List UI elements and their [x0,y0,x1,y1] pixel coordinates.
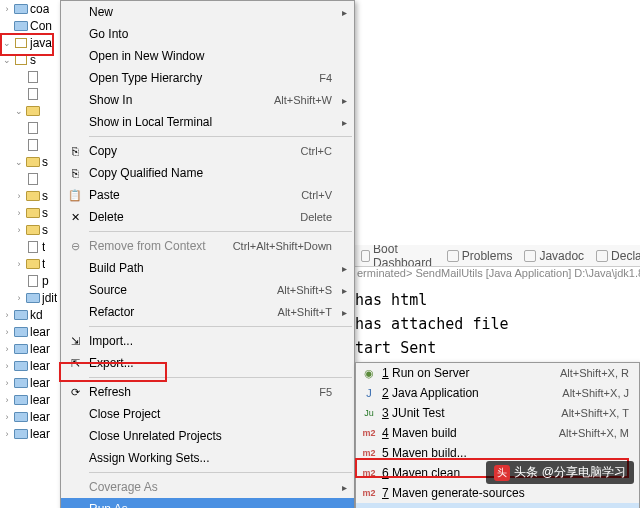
menu-item-go-into[interactable]: Go Into [61,23,354,45]
tree-item[interactable]: ›jdit [0,289,60,306]
tree-item[interactable]: ⌄ [0,102,60,119]
submenu-item-maven-build[interactable]: m25 Maven build... [356,443,639,463]
tree-item[interactable]: ⌄s [0,51,60,68]
menu-item-show-in[interactable]: Show InAlt+Shift+W▸ [61,89,354,111]
menu-item-export[interactable]: ⇱Export... [61,352,354,374]
tree-twistie-icon[interactable]: › [2,429,12,439]
tree-item[interactable]: ›lear [0,408,60,425]
view-tab[interactable]: Declaration [590,249,640,263]
menu-item-accelerator: Ctrl+V [301,189,338,201]
submenu-item-run-on-server[interactable]: ◉1 Run on ServerAlt+Shift+X, R [356,363,639,383]
tree-twistie-icon[interactable]: › [14,293,24,303]
tree-twistie-icon[interactable]: › [2,344,12,354]
tab-label: Boot Dashboard [373,245,435,267]
menu-item-open-type-hierarchy[interactable]: Open Type HierarchyF4 [61,67,354,89]
menu-item-refactor[interactable]: RefactorAlt+Shift+T▸ [61,301,354,323]
menu-item-build-path[interactable]: Build Path▸ [61,257,354,279]
tree-twistie-icon[interactable]: ⌄ [2,55,12,65]
tree-item[interactable]: t [0,238,60,255]
tree-item[interactable]: ›s [0,204,60,221]
view-tab[interactable]: Javadoc [518,249,590,263]
menu-item-import[interactable]: ⇲Import... [61,330,354,352]
menu-item-close-project[interactable]: Close Project [61,403,354,425]
menu-item-label: Close Unrelated Projects [89,429,332,443]
folder-blue-icon [13,427,29,441]
tab-icon [361,250,370,262]
menu-item-paste[interactable]: 📋PasteCtrl+V [61,184,354,206]
tree-twistie-icon[interactable]: › [14,259,24,269]
folder-blue-icon [13,359,29,373]
menu-item-close-unrelated-projects[interactable]: Close Unrelated Projects [61,425,354,447]
tree-item[interactable]: ›coa [0,0,60,17]
tree-twistie-icon[interactable]: › [14,225,24,235]
tree-item[interactable]: Con [0,17,60,34]
tree-item[interactable] [0,85,60,102]
refresh-icon: ⟳ [61,384,89,400]
submenu-item-maven-install[interactable]: m28 Maven install [356,503,639,508]
menu-item-label: Go Into [89,27,332,41]
tree-twistie-icon[interactable]: › [2,412,12,422]
menu-separator [89,472,352,473]
tree-twistie-icon[interactable]: › [2,310,12,320]
tree-item[interactable]: ⌄s [0,153,60,170]
tree-twistie-icon[interactable]: › [2,361,12,371]
tree-twistie-icon[interactable]: ⌄ [14,157,24,167]
menu-item-run-as[interactable]: Run As▸ [61,498,354,508]
menu-item-label: Paste [89,188,301,202]
menu-item-new[interactable]: New▸ [61,1,354,23]
tree-item[interactable]: ⌄java [0,34,60,51]
submenu-item-java-application[interactable]: J2 Java ApplicationAlt+Shift+X, J [356,383,639,403]
tree-item[interactable] [0,68,60,85]
tree-twistie-icon[interactable]: › [2,378,12,388]
project-explorer[interactable]: ›coaCon⌄java⌄s⌄⌄s›s›s›st›tp›jdit›kd›lear… [0,0,60,508]
menu-item-accelerator: Alt+Shift+S [277,284,338,296]
menu-item-delete[interactable]: ✕DeleteDelete [61,206,354,228]
tree-item[interactable]: ›s [0,187,60,204]
tree-twistie-icon[interactable]: › [14,191,24,201]
tree-item[interactable] [0,136,60,153]
tree-item[interactable]: ›lear [0,425,60,442]
tree-item[interactable]: ›lear [0,391,60,408]
tree-item[interactable] [0,170,60,187]
menu-item-label: Source [89,283,277,297]
tree-item[interactable]: ›kd [0,306,60,323]
submenu-item-maven-generate-sources[interactable]: m27 Maven generate-sources [356,483,639,503]
tree-item[interactable]: ›lear [0,374,60,391]
tree-twistie-icon[interactable]: › [14,208,24,218]
folder-icon [25,189,41,203]
tree-item-label: s [42,223,48,237]
submenu-item-maven-build[interactable]: m24 Maven buildAlt+Shift+X, M [356,423,639,443]
tree-twistie-icon[interactable]: ⌄ [14,106,24,116]
submenu-item-junit-test[interactable]: Ju3 JUnit TestAlt+Shift+X, T [356,403,639,423]
tree-item[interactable]: ›lear [0,357,60,374]
tree-item[interactable]: p [0,272,60,289]
folder-icon [25,257,41,271]
tree-twistie-icon[interactable]: ⌄ [2,38,12,48]
menu-item-open-in-new-window[interactable]: Open in New Window [61,45,354,67]
tree-item-label: t [42,240,45,254]
tree-twistie-icon[interactable]: › [2,395,12,405]
folder-blue-icon [13,410,29,424]
context-menu[interactable]: New▸Go IntoOpen in New WindowOpen Type H… [60,0,355,508]
tree-item[interactable]: ›lear [0,340,60,357]
tree-item[interactable]: ›s [0,221,60,238]
tree-item[interactable] [0,119,60,136]
view-tab[interactable]: Problems [441,249,519,263]
menu-item-show-in-local-terminal[interactable]: Show in Local Terminal▸ [61,111,354,133]
tree-twistie-icon[interactable]: › [2,327,12,337]
submenu-arrow-icon: ▸ [338,263,350,274]
menu-item-refresh[interactable]: ⟳RefreshF5 [61,381,354,403]
tree-item[interactable]: ›t [0,255,60,272]
menu-item-label: Show in Local Terminal [89,115,332,129]
menu-item-source[interactable]: SourceAlt+Shift+S▸ [61,279,354,301]
submenu-item-label: 5 Maven build... [382,446,629,460]
menu-item-remove-from-context: ⊖Remove from ContextCtrl+Alt+Shift+Down [61,235,354,257]
tree-twistie-icon[interactable]: › [2,4,12,14]
view-tab[interactable]: Boot Dashboard [355,245,441,267]
menu-item-copy-qualified-name[interactable]: ⎘Copy Qualified Name [61,162,354,184]
run-as-submenu[interactable]: ◉1 Run on ServerAlt+Shift+X, RJ2 Java Ap… [355,362,640,508]
tree-item[interactable]: ›lear [0,323,60,340]
submenu-item-label: 4 Maven build [382,426,559,440]
menu-item-assign-working-sets[interactable]: Assign Working Sets... [61,447,354,469]
menu-item-copy[interactable]: ⎘CopyCtrl+C [61,140,354,162]
